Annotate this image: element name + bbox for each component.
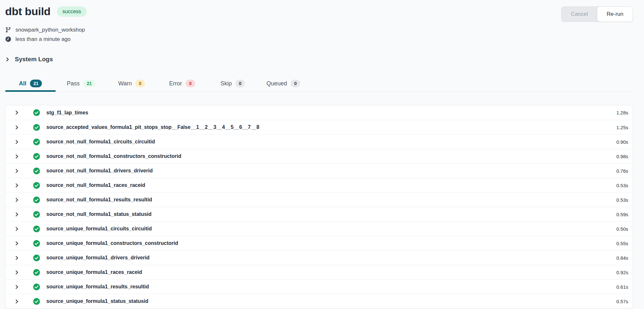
result-name: source_not_null_formula1_status_statusid [46,211,151,217]
chevron-right-icon[interactable] [14,140,19,144]
clock-icon [5,36,11,42]
result-duration: 1.25s [616,125,628,130]
cancel-button[interactable]: Cancel [562,7,597,22]
chevron-right-icon[interactable] [14,169,19,173]
run-meta: snowpark_python_workshop less than a min… [5,25,633,44]
result-row[interactable]: stg_f1_lap_times 1.28s [5,105,633,120]
title-wrap: dbt build success [5,5,87,18]
chevron-right-icon[interactable] [14,212,19,217]
tab-count-badge: 0 [235,80,245,87]
result-duration: 0.84s [616,255,628,261]
chevron-right-icon[interactable] [14,227,19,231]
chevron-right-icon[interactable] [14,110,19,115]
tab-bar: All 21 Pass 21 Warn 0 Error 0 Skip 0 Que… [5,75,633,92]
result-duration: 0.55s [616,241,628,246]
tab-count-badge: 21 [83,80,95,87]
result-name: source_unique_formula1_drivers_driverid [46,255,149,261]
tab-warn[interactable]: Warn 0 [106,75,157,92]
result-name: source_unique_formula1_status_statusid [46,298,149,304]
result-duration: 0.92s [616,270,628,275]
result-name: source_not_null_formula1_races_raceid [46,182,145,188]
result-row[interactable]: source_accepted_values_formula1_pit_stop… [5,120,633,134]
result-duration: 0.53s [616,183,628,188]
result-duration: 0.98s [616,154,628,159]
check-circle-icon [33,124,40,131]
tab-label: Error [169,80,182,87]
check-circle-icon [33,298,40,305]
tab-all[interactable]: All 21 [5,75,56,92]
result-name: source_accepted_values_formula1_pit_stop… [46,124,259,130]
result-name: source_unique_formula1_races_raceid [46,269,142,275]
tab-pass[interactable]: Pass 21 [56,75,106,92]
branch-name: snowpark_python_workshop [15,27,85,33]
page-title: dbt build [5,5,51,18]
result-duration: 0.57s [616,299,628,304]
result-duration: 0.53s [616,197,628,203]
git-branch-icon [5,27,11,33]
run-detail-page: dbt build success Cancel Re-run snowpark… [0,0,644,309]
check-circle-icon [33,109,40,116]
result-row[interactable]: source_unique_formula1_results_resultid … [5,279,633,294]
chevron-right-icon[interactable] [14,256,19,260]
check-circle-icon [33,226,40,232]
chevron-right-icon[interactable] [14,183,19,188]
check-circle-icon [33,255,40,261]
result-duration: 1.28s [616,110,628,115]
result-name: source_not_null_formula1_constructors_co… [46,153,181,159]
result-duration: 0.61s [616,284,628,290]
check-circle-icon [33,240,40,247]
chevron-right-icon[interactable] [14,125,19,130]
time-ago: less than a minute ago [15,36,71,43]
result-row[interactable]: source_unique_formula1_races_raceid 0.92… [5,265,633,279]
result-row[interactable]: source_not_null_formula1_constructors_co… [5,149,633,163]
tab-count-badge: 0 [135,80,145,87]
tab-label: All [19,80,26,87]
tab-count-badge: 21 [30,80,42,87]
result-row[interactable]: source_unique_formula1_circuits_circuiti… [5,221,633,236]
result-row[interactable]: source_not_null_formula1_races_raceid 0.… [5,178,633,192]
run-actions: Cancel Re-run [561,6,633,22]
tab-count-badge: 0 [291,80,300,87]
tab-label: Queued [266,80,287,87]
tab-queued[interactable]: Queued 0 [258,75,309,92]
chevron-right-icon[interactable] [14,299,19,304]
rerun-button[interactable]: Re-run [597,6,633,22]
result-duration: 0.59s [616,212,628,217]
check-circle-icon [33,211,40,218]
chevron-right-icon[interactable] [14,198,19,202]
result-row[interactable]: source_unique_formula1_drivers_driverid … [5,250,633,265]
result-duration: 0.50s [616,226,628,232]
check-circle-icon [33,139,40,145]
check-circle-icon [33,168,40,174]
result-row[interactable]: source_unique_formula1_status_statusid 0… [5,294,633,308]
check-circle-icon [33,284,40,290]
branch-row: snowpark_python_workshop [5,25,633,34]
tab-skip[interactable]: Skip 0 [207,75,258,92]
result-row[interactable]: source_not_null_formula1_results_resulti… [5,192,633,207]
check-circle-icon [33,197,40,203]
chevron-right-icon[interactable] [14,270,19,275]
result-name: source_unique_formula1_circuits_circuiti… [46,226,152,232]
result-name: source_unique_formula1_results_resultid [46,284,149,290]
result-duration: 0.90s [616,139,628,145]
result-row[interactable]: source_unique_formula1_constructors_cons… [5,236,633,250]
run-header: dbt build success Cancel Re-run [5,5,633,22]
result-row[interactable]: source_not_null_formula1_circuits_circui… [5,134,633,149]
chevron-right-icon[interactable] [14,285,19,289]
tab-label: Skip [221,80,232,87]
status-badge: success [57,6,87,17]
tab-error[interactable]: Error 0 [157,75,207,92]
result-name: stg_f1_lap_times [46,110,88,116]
system-logs-toggle[interactable]: System Logs [5,55,53,64]
check-circle-icon [33,153,40,160]
result-name: source_not_null_formula1_drivers_driveri… [46,168,153,174]
result-row[interactable]: source_not_null_formula1_status_statusid… [5,207,633,221]
chevron-right-icon[interactable] [14,154,19,159]
tab-label: Warn [118,80,132,87]
check-circle-icon [33,269,40,276]
result-name: source_not_null_formula1_results_resulti… [46,197,152,203]
results-list: stg_f1_lap_times 1.28s source_accepted_v… [5,105,633,309]
chevron-right-icon[interactable] [14,241,19,246]
result-row[interactable]: source_not_null_formula1_drivers_driveri… [5,163,633,178]
result-duration: 0.76s [616,168,628,174]
